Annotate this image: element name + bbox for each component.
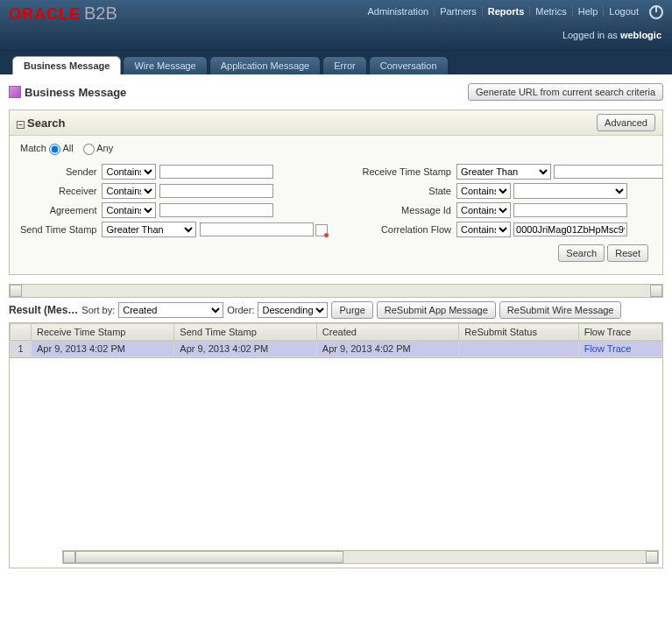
search-title-text: Search bbox=[27, 116, 65, 130]
field-controls: Contains bbox=[456, 181, 662, 201]
logged-in-user: weblogic bbox=[620, 30, 661, 40]
nav-link-reports[interactable]: Reports bbox=[483, 6, 531, 17]
result-label: Result (Mes… bbox=[9, 304, 78, 316]
power-icon[interactable] bbox=[649, 5, 663, 19]
match-label: Match bbox=[20, 143, 46, 153]
flow-trace-link[interactable]: Flow Trace bbox=[584, 343, 632, 354]
tab-error[interactable]: Error bbox=[322, 56, 366, 74]
value-input-sender[interactable] bbox=[159, 165, 273, 179]
order-label: Order: bbox=[227, 305, 254, 315]
tab-bar: Business MessageWire MessageApplication … bbox=[0, 51, 672, 74]
match-all-label[interactable]: All bbox=[49, 143, 74, 153]
value-input-agreement[interactable] bbox=[159, 203, 273, 217]
nav-link-help[interactable]: Help bbox=[573, 6, 605, 17]
page-header: Business Message Generate URL from curre… bbox=[9, 83, 663, 101]
reset-button[interactable]: Reset bbox=[607, 244, 648, 262]
table-header-row: Receive Time StampSend Time StampCreated… bbox=[11, 323, 662, 340]
column-header[interactable]: Send Time Stamp bbox=[174, 323, 317, 340]
value-select-state[interactable] bbox=[513, 183, 627, 199]
tab-business-message[interactable]: Business Message bbox=[12, 56, 121, 74]
match-any-radio[interactable] bbox=[83, 144, 95, 155]
table-row[interactable]: 1Apr 9, 2013 4:02 PMApr 9, 2013 4:02 PMA… bbox=[11, 340, 662, 356]
search-fields-right: Receive Time StampGreater Than StateCont… bbox=[363, 162, 663, 239]
advanced-button[interactable]: Advanced bbox=[597, 114, 655, 131]
tab-conversation[interactable]: Conversation bbox=[369, 56, 449, 74]
result-empty-area bbox=[9, 358, 663, 568]
match-all-radio[interactable] bbox=[49, 144, 60, 155]
field-controls: Contains bbox=[456, 220, 662, 239]
table-cell[interactable]: Flow Trace bbox=[578, 340, 661, 356]
value-input-receiver[interactable] bbox=[159, 184, 273, 198]
result-horizontal-scrollbar[interactable] bbox=[62, 550, 659, 564]
field-controls: Contains bbox=[456, 201, 662, 220]
operator-select-agreement[interactable]: Contains bbox=[102, 202, 156, 218]
field-controls: Contains bbox=[102, 162, 327, 181]
search-horizontal-scrollbar[interactable] bbox=[9, 284, 663, 298]
field-label-state: State bbox=[363, 181, 456, 201]
top-nav: AdministrationPartnersReportsMetricsHelp… bbox=[362, 5, 663, 19]
field-controls: Greater Than bbox=[456, 162, 662, 181]
nav-link-metrics[interactable]: Metrics bbox=[530, 6, 572, 17]
resubmit-app-button[interactable]: ReSubmit App Message bbox=[377, 301, 496, 319]
scrollbar-thumb[interactable] bbox=[75, 551, 343, 563]
field-row: StateContains bbox=[363, 181, 663, 201]
field-label-receive-time-stamp: Receive Time Stamp bbox=[363, 162, 456, 181]
resubmit-wire-button[interactable]: ReSubmit Wire Message bbox=[499, 301, 622, 319]
nav-link-administration[interactable]: Administration bbox=[362, 6, 435, 17]
logged-in-prefix: Logged in as bbox=[562, 30, 620, 40]
column-header[interactable]: Flow Trace bbox=[578, 323, 661, 340]
collapse-icon[interactable]: − bbox=[17, 121, 25, 129]
calendar-icon[interactable] bbox=[315, 224, 328, 236]
operator-select-receive-time-stamp[interactable]: Greater Than bbox=[456, 164, 551, 180]
search-panel: −Search Advanced Match All Any SenderCon… bbox=[9, 109, 663, 275]
sort-by-label: Sort by: bbox=[81, 305, 115, 315]
field-row: AgreementContains bbox=[20, 201, 328, 220]
column-header[interactable]: Created bbox=[316, 323, 459, 340]
order-select[interactable]: Descending bbox=[258, 302, 328, 318]
column-header[interactable] bbox=[11, 323, 32, 340]
value-input-message-id[interactable] bbox=[513, 203, 627, 217]
operator-select-correlation-flow[interactable]: Contains bbox=[456, 222, 511, 237]
logo-oracle: ORACLE bbox=[9, 5, 81, 23]
search-body: Match All Any SenderContains ReceiverCon… bbox=[10, 136, 662, 274]
generate-url-button[interactable]: Generate URL from current search criteri… bbox=[468, 83, 663, 101]
tab-wire-message[interactable]: Wire Message bbox=[123, 56, 207, 74]
value-input-correlation-flow[interactable] bbox=[513, 222, 627, 236]
search-button[interactable]: Search bbox=[558, 244, 605, 262]
nav-link-logout[interactable]: Logout bbox=[604, 6, 644, 17]
match-row: Match All Any bbox=[20, 143, 652, 155]
operator-select-receiver[interactable]: Contains bbox=[102, 183, 156, 199]
field-controls: Contains bbox=[102, 181, 327, 201]
field-label-correlation-flow: Correlation Flow bbox=[363, 220, 456, 239]
page-title: Business Message bbox=[9, 86, 126, 99]
operator-select-sender[interactable]: Contains bbox=[102, 164, 156, 180]
match-any-label[interactable]: Any bbox=[83, 143, 113, 153]
field-row: Send Time StampGreater Than bbox=[20, 220, 328, 239]
business-message-icon bbox=[9, 86, 21, 98]
nav-link-partners[interactable]: Partners bbox=[435, 6, 483, 17]
value-input-receive-time-stamp[interactable] bbox=[554, 165, 662, 179]
operator-select-message-id[interactable]: Contains bbox=[456, 202, 511, 218]
sort-by-select[interactable]: Created bbox=[118, 302, 223, 318]
column-header[interactable]: ReSubmit Status bbox=[459, 323, 578, 340]
field-row: Message IdContains bbox=[363, 201, 663, 220]
field-row: ReceiverContains bbox=[20, 181, 328, 201]
logged-in-status: Logged in as weblogic bbox=[562, 30, 661, 40]
operator-select-send-time-stamp[interactable]: Greater Than bbox=[102, 222, 196, 237]
table-cell: Apr 9, 2013 4:02 PM bbox=[316, 340, 459, 356]
result-table: Receive Time StampSend Time StampCreated… bbox=[10, 323, 662, 357]
value-input-send-time-stamp[interactable] bbox=[200, 222, 314, 236]
table-cell: Apr 9, 2013 4:02 PM bbox=[32, 340, 174, 356]
page-title-text: Business Message bbox=[25, 86, 126, 99]
search-fields-left: SenderContains ReceiverContains Agreemen… bbox=[20, 162, 328, 239]
purge-button[interactable]: Purge bbox=[331, 301, 372, 319]
result-toolbar: Result (Mes… Sort by: Created Order: Des… bbox=[9, 298, 663, 322]
operator-select-state[interactable]: Contains bbox=[456, 183, 511, 199]
content-area: Business Message Generate URL from curre… bbox=[0, 74, 672, 577]
table-cell bbox=[459, 340, 578, 356]
table-body: 1Apr 9, 2013 4:02 PMApr 9, 2013 4:02 PMA… bbox=[11, 340, 662, 356]
logo: ORACLEB2B bbox=[9, 4, 117, 24]
field-label-send-time-stamp: Send Time Stamp bbox=[20, 220, 102, 239]
column-header[interactable]: Receive Time Stamp bbox=[32, 323, 174, 340]
tab-application-message[interactable]: Application Message bbox=[209, 56, 322, 74]
